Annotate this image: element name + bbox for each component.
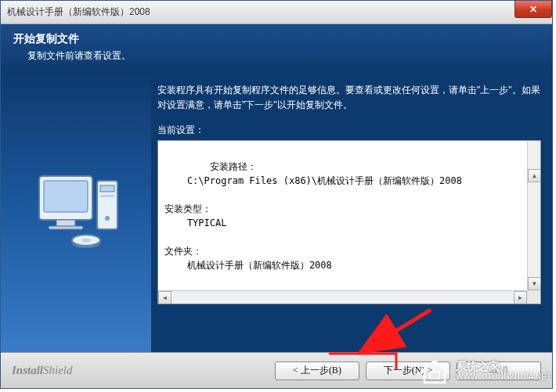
watermark-text: 系统之家 WWW.XITONGZHIJIA.NET — [456, 361, 551, 381]
svg-rect-1 — [44, 181, 88, 212]
content-panel: 安装程序具有开始复制程序文件的足够信息。要查看或更改任何设置，请单击"上一步"。… — [151, 74, 552, 355]
settings-content: 安装路径： C:\Program Files (x86)\机械设计手册（新编软件… — [164, 161, 462, 271]
scrollbar-corner — [527, 290, 540, 304]
scroll-right-icon[interactable]: ▶ — [514, 291, 527, 304]
svg-rect-6 — [100, 195, 114, 197]
close-icon: ✕ — [529, 4, 537, 15]
back-button[interactable]: < 上一步(B) — [275, 361, 359, 380]
header-subtitle: 复制文件前请查看设置。 — [13, 49, 540, 63]
installer-window: 机械设计手册（新编软件版）2008 ✕ 开始复制文件 复制文件前请查看设置。 — [0, 0, 553, 389]
scroll-left-icon[interactable]: ◀ — [158, 291, 171, 304]
close-button[interactable]: ✕ — [514, 1, 552, 18]
header-title: 开始复制文件 — [13, 32, 540, 46]
sidebar-image — [1, 74, 151, 355]
window-title: 机械设计手册（新编软件版）2008 — [7, 5, 150, 19]
titlebar: 机械设计手册（新编软件版）2008 ✕ — [1, 1, 552, 24]
computer-icon — [25, 162, 127, 267]
scrollbar-vertical[interactable]: ▲ ▼ — [527, 141, 540, 290]
scroll-down-icon[interactable]: ▼ — [528, 277, 541, 290]
svg-point-10 — [81, 239, 91, 243]
settings-label: 当前设置： — [157, 124, 541, 137]
instructions-text: 安装程序具有开始复制程序文件的足够信息。要查看或更改任何设置，请单击"上一步"。… — [157, 83, 541, 113]
main-area: 安装程序具有开始复制程序文件的足够信息。要查看或更改任何设置，请单击"上一步"。… — [1, 74, 552, 355]
header-panel: 开始复制文件 复制文件前请查看设置。 — [1, 24, 552, 74]
settings-textbox[interactable]: 安装路径： C:\Program Files (x86)\机械设计手册（新编软件… — [157, 140, 541, 304]
scroll-up-icon[interactable]: ▲ — [528, 169, 541, 182]
svg-rect-5 — [100, 185, 114, 192]
installshield-brand: InstallShield — [12, 364, 73, 377]
svg-rect-13 — [430, 372, 439, 379]
svg-rect-2 — [56, 220, 75, 226]
svg-point-7 — [105, 216, 110, 221]
scrollbar-horizontal[interactable]: ◀ ▶ — [158, 290, 527, 304]
svg-rect-3 — [49, 226, 83, 229]
watermark-logo-icon — [418, 354, 451, 387]
watermark: 系统之家 WWW.XITONGZHIJIA.NET — [418, 354, 551, 387]
